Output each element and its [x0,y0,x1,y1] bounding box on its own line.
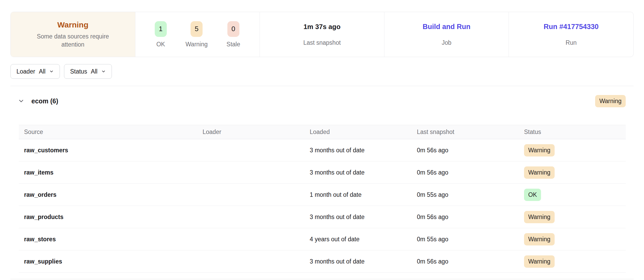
last-snapshot-cell: 0m 55s ago [417,236,524,243]
stale-count: 0 [227,21,239,37]
next-group-top-border [10,279,634,279]
source-cell: raw_products [19,214,203,221]
ok-count: 1 [155,21,167,37]
status-badge: Warning [524,166,555,179]
last-snapshot-value: 1m 37s ago [303,23,341,31]
status-badge: Warning [524,211,555,223]
last-snapshot-cell: 0m 56s ago [417,169,524,176]
source-cell: raw_items [19,169,203,176]
ok-count-label: OK [156,41,165,48]
table-row[interactable]: raw_items 3 months out of date 0m 56s ag… [19,161,626,184]
run-label: Run [566,39,577,46]
group-header-ecom[interactable]: ecom (6) Warning [10,93,634,109]
run-link[interactable]: Run #417754330 [544,23,599,31]
loaded-cell: 4 years out of date [310,236,417,243]
table-row[interactable]: raw_stores 4 years out of date 0m 55s ag… [19,228,626,250]
last-snapshot-card: 1m 37s ago Last snapshot [260,12,384,57]
stat-stale: 0 Stale [227,21,240,48]
loader-filter-value: All [39,68,46,75]
col-source: Source [19,128,203,136]
loader-filter-label: Loader [16,68,35,75]
table-header: Source Loader Loaded Last snapshot Statu… [19,125,626,139]
last-snapshot-cell: 0m 56s ago [417,258,524,265]
last-snapshot-label: Last snapshot [303,39,341,46]
status-badge: Warning [524,233,555,245]
status-badge: OK [524,189,541,201]
table-row[interactable]: raw_products 3 months out of date 0m 56s… [19,206,626,228]
group-status-badge: Warning [595,95,626,107]
status-filter-value: All [91,68,97,75]
loader-filter-dropdown[interactable]: Loader All [10,64,60,79]
warning-count: 5 [191,21,203,37]
source-cell: raw_customers [19,147,203,154]
stale-count-label: Stale [227,41,240,48]
status-filter-label: Status [70,68,87,75]
status-filter-dropdown[interactable]: Status All [64,64,112,79]
col-loader: Loader [203,128,310,136]
chevron-down-icon[interactable] [18,98,25,104]
overall-status-card: Warning Some data sources require attent… [11,12,135,57]
col-loaded: Loaded [310,128,417,136]
job-label: Job [442,39,451,46]
run-card: Run #417754330 Run [509,12,633,57]
warning-count-label: Warning [186,41,208,48]
sources-table: Source Loader Loaded Last snapshot Statu… [19,125,626,273]
source-cell: raw_stores [19,236,203,243]
source-cell: raw_supplies [19,258,203,265]
stat-ok: 1 OK [155,21,167,48]
status-badge: Warning [524,255,555,268]
stat-warning: 5 Warning [186,21,208,48]
last-snapshot-cell: 0m 56s ago [417,147,524,154]
loaded-cell: 1 month out of date [310,191,417,198]
status-counts: 1 OK 5 Warning 0 Stale [155,21,240,48]
overall-status-subtitle: Some data sources require attention [28,32,117,48]
source-cell: raw_orders [19,191,203,198]
last-snapshot-cell: 0m 56s ago [417,214,524,221]
loaded-cell: 3 months out of date [310,258,417,265]
chevron-down-icon [101,69,106,74]
col-last-snapshot: Last snapshot [417,128,524,136]
loaded-cell: 3 months out of date [310,169,417,176]
filter-bar: Loader All Status All [10,64,634,79]
group-title: ecom (6) [31,97,58,105]
job-link[interactable]: Build and Run [423,23,470,31]
status-counts-card: 1 OK 5 Warning 0 Stale [135,12,260,57]
table-row[interactable]: raw_supplies 3 months out of date 0m 56s… [19,250,626,273]
summary-bar: Warning Some data sources require attent… [10,12,634,57]
job-card: Build and Run Job [384,12,509,57]
overall-status-title: Warning [57,20,88,29]
loaded-cell: 3 months out of date [310,147,417,154]
table-row[interactable]: raw_customers 3 months out of date 0m 56… [19,139,626,161]
chevron-down-icon [49,69,54,74]
col-status: Status [524,128,626,136]
status-badge: Warning [524,144,555,156]
loaded-cell: 3 months out of date [310,214,417,221]
table-row[interactable]: raw_orders 1 month out of date 0m 55s ag… [19,184,626,206]
last-snapshot-cell: 0m 55s ago [417,191,524,198]
section-divider [10,86,634,86]
